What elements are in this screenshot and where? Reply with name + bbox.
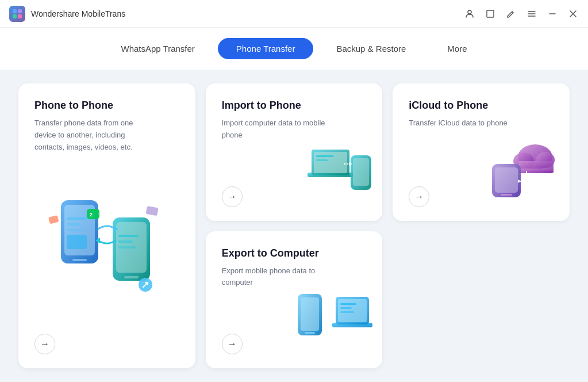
menu-icon[interactable] <box>526 8 537 20</box>
svg-rect-12 <box>72 259 87 261</box>
card-export-arrow[interactable]: → <box>222 334 243 354</box>
card-icloud-title: iCloud to Phone <box>409 100 554 112</box>
card-import-title: Import to Phone <box>222 100 367 112</box>
card-export-to-computer[interactable]: Export to Computer Export mobile phone d… <box>206 231 383 369</box>
svg-rect-17 <box>118 235 139 237</box>
window-icon[interactable] <box>485 8 496 20</box>
import-illustration <box>299 141 376 198</box>
minimize-icon[interactable] <box>547 8 558 20</box>
svg-rect-2 <box>13 14 17 18</box>
app-title-text: Wondershare MobileTrans <box>31 9 125 18</box>
titlebar-controls <box>464 8 579 20</box>
svg-rect-10 <box>67 229 84 231</box>
svg-rect-32 <box>353 158 369 186</box>
svg-rect-0 <box>13 9 17 13</box>
svg-rect-49 <box>338 299 367 322</box>
titlebar: Wondershare MobileTrans <box>0 0 588 28</box>
card-import-to-phone[interactable]: Import to Phone Import computer data to … <box>206 83 383 221</box>
svg-rect-23 <box>48 215 59 224</box>
tab-backup-restore[interactable]: Backup & Restore <box>318 38 424 59</box>
card-import-arrow[interactable]: → <box>222 186 243 207</box>
tab-phone-transfer[interactable]: Phone Transfer <box>218 38 314 59</box>
card-phone-to-phone-title: Phone to Phone <box>34 100 179 112</box>
phone-to-phone-illustration: 2 <box>44 189 170 304</box>
svg-rect-11 <box>67 235 87 249</box>
svg-rect-3 <box>18 14 22 18</box>
svg-rect-45 <box>305 332 315 334</box>
svg-text:2: 2 <box>90 212 93 217</box>
titlebar-left: Wondershare MobileTrans <box>9 6 125 22</box>
svg-rect-52 <box>340 311 354 313</box>
card-icloud-to-phone[interactable]: iCloud to Phone Transfer iCloud data to … <box>393 83 570 221</box>
svg-rect-41 <box>501 194 512 196</box>
svg-rect-44 <box>301 297 319 331</box>
svg-rect-38 <box>519 169 554 173</box>
svg-rect-28 <box>314 152 347 173</box>
icloud-illustration <box>489 138 564 201</box>
svg-rect-5 <box>487 10 494 17</box>
svg-rect-51 <box>340 307 352 309</box>
svg-rect-30 <box>316 159 328 161</box>
main-content: Phone to Phone Transfer phone data from … <box>0 70 588 382</box>
nav-bar: WhatsApp Transfer Phone Transfer Backup … <box>0 28 588 70</box>
svg-rect-29 <box>316 155 333 157</box>
account-icon[interactable] <box>464 8 475 20</box>
export-illustration <box>293 282 376 349</box>
svg-rect-19 <box>118 246 136 249</box>
svg-point-4 <box>468 10 471 14</box>
svg-rect-1 <box>18 9 22 13</box>
card-phone-to-phone-desc: Transfer phone data from one device to a… <box>34 117 149 153</box>
svg-rect-40 <box>495 167 518 193</box>
svg-rect-13 <box>87 209 99 219</box>
card-icloud-arrow[interactable]: → <box>409 186 429 207</box>
close-icon[interactable] <box>567 8 579 20</box>
svg-rect-8 <box>67 217 87 220</box>
svg-rect-24 <box>145 206 158 216</box>
tab-whatsapp[interactable]: WhatsApp Transfer <box>102 38 213 59</box>
card-phone-to-phone[interactable]: Phone to Phone Transfer phone data from … <box>18 83 195 368</box>
svg-rect-18 <box>118 240 133 243</box>
card-import-desc: Import computer data to mobile phone <box>222 117 337 142</box>
tab-more[interactable]: More <box>429 38 485 59</box>
svg-rect-9 <box>67 223 81 226</box>
edit-icon[interactable] <box>505 8 517 20</box>
svg-rect-20 <box>124 276 139 278</box>
card-export-title: Export to Computer <box>222 247 367 259</box>
card-icloud-desc: Transfer iCloud data to phone <box>409 117 524 129</box>
svg-rect-50 <box>340 303 356 305</box>
card-phone-to-phone-arrow[interactable]: → <box>34 334 55 354</box>
app-icon <box>9 6 25 22</box>
